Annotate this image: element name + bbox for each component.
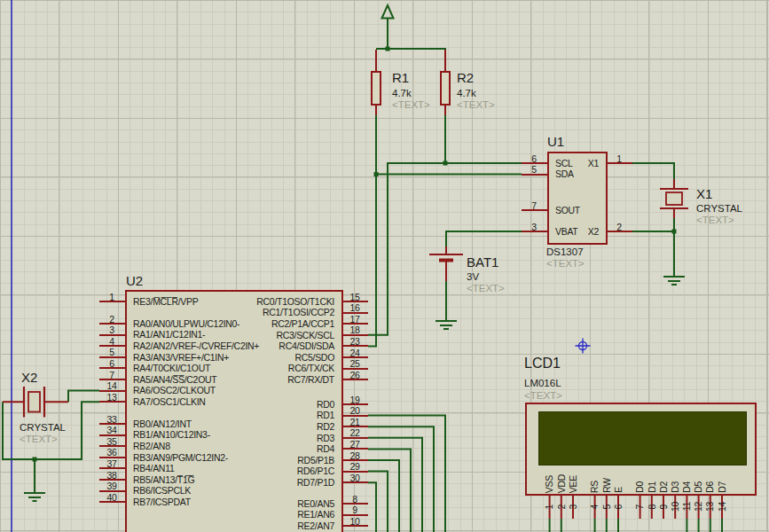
pin-row: 5 SDA	[522, 168, 601, 180]
lcd-pin-cell: RS	[589, 461, 600, 493]
pin-label: RE2/AN7	[297, 521, 334, 531]
pin-number: 3	[569, 505, 578, 510]
lcd-pin-labels-ctrl: RS RW E	[589, 461, 624, 493]
pin-number: 4	[590, 505, 600, 510]
lcd-pin-cell: 14	[716, 496, 727, 518]
lcd-pin-cell: RW	[600, 461, 612, 493]
r1-text-label: <TEXT>	[392, 99, 430, 110]
pin-row: 1 X1	[568, 158, 632, 169]
x1-part-label: CRYSTAL	[696, 203, 742, 214]
schematic-sheet[interactable]: R1 4.7k <TEXT> R2 4.7k <TEXT> U1 DS1307 …	[0, 0, 769, 532]
bat1-ref-label: BAT1	[467, 254, 498, 270]
pin-label: D4	[682, 481, 692, 493]
pin-number: 24	[342, 348, 367, 358]
pin-number: 4	[99, 337, 124, 347]
pin-label: RD7/P1D	[297, 478, 334, 488]
pin-number: 10	[342, 517, 367, 527]
wire-scl[interactable]	[368, 163, 522, 335]
wire-rd7[interactable]	[368, 482, 376, 532]
lcd-pin-numbers-ctrl: 4 5 6	[589, 496, 624, 518]
pin-label: RA6/OSC2/CLKOUT	[133, 386, 216, 395]
pin-row: 10 RE2/AN7	[133, 520, 368, 532]
pin-number: 15	[342, 293, 367, 302]
pin-label: RC7/RX/DT	[287, 375, 334, 385]
crystal-x1-symbol[interactable]	[660, 189, 688, 208]
wire-osc2[interactable]	[68, 391, 99, 403]
crystal-x2-symbol[interactable]	[24, 387, 44, 418]
pin-number: 19	[342, 395, 367, 405]
lcd-pin-cell: D3	[670, 461, 681, 493]
wire-vbat[interactable]	[446, 231, 522, 246]
pin-number: 20	[342, 406, 367, 416]
pin-label: RC6/TX/CK	[288, 364, 334, 373]
resistor-r2-body[interactable]	[440, 71, 451, 106]
lcd-pin-cell: 10	[670, 496, 681, 518]
pin-number: 16	[342, 303, 367, 313]
r2-text-label: <TEXT>	[457, 99, 495, 110]
pin-number: 6	[614, 505, 624, 510]
lcd-pin-numbers-data: 7 8 9 10 11 12 13 14	[634, 496, 728, 518]
lcd-pin-cell: VEE	[567, 461, 578, 493]
wire-rd6[interactable]	[368, 472, 388, 532]
pin-number: 2	[557, 505, 567, 510]
x2-part-label: CRYSTAL	[20, 422, 66, 433]
power-terminal-icon[interactable]	[382, 5, 394, 49]
wire-rd4[interactable]	[368, 449, 411, 532]
lcd-pin-cell: 5	[600, 496, 612, 518]
wire-u1-x1[interactable]	[632, 163, 674, 179]
lcd-pin-cell: 7	[634, 496, 646, 518]
r1-ref-label: R1	[392, 70, 409, 85]
u1-text-label: <TEXT>	[546, 258, 585, 269]
pin-label: SDA	[555, 169, 574, 179]
pin-number: 26	[342, 371, 367, 380]
pin-row: 24 RC5/SDO	[133, 352, 368, 364]
lcd-pin-cell: 1	[544, 496, 555, 518]
lcd-pin-cell: D7	[716, 461, 727, 493]
x2-text-label: <TEXT>	[20, 434, 58, 444]
ground-terminal-icon[interactable]	[436, 321, 457, 329]
wire-rd2[interactable]	[368, 426, 434, 532]
pin-number: 14	[718, 502, 727, 512]
lcd-pin-cell: 8	[646, 496, 657, 518]
pin-row: 23 RC4/SDI/SDA	[133, 340, 368, 352]
x1-text-label: <TEXT>	[696, 215, 734, 225]
x2-ref-label: X2	[21, 370, 37, 385]
x1-ref-label: X1	[696, 186, 712, 201]
pin-label: RC3/SCK/SCL	[276, 331, 334, 340]
pin-number: 2	[607, 223, 632, 232]
pin-number: 28	[342, 451, 367, 461]
pin-row: 17 RC2/P1A/CCP1	[133, 318, 368, 330]
pin-number: 1	[99, 293, 124, 302]
wire-lcd-bus[interactable]	[550, 519, 722, 532]
origin-marker-icon	[576, 339, 591, 354]
battery-symbol[interactable]	[429, 254, 463, 261]
lcd-pin-cell: D0	[634, 461, 646, 493]
pin-label: RC5/SDO	[294, 353, 334, 363]
pin-row: 28 RD5/P1B	[133, 455, 368, 466]
pin-label: RD3	[317, 434, 334, 443]
pin-number: 3	[522, 223, 546, 232]
u1-part-label: DS1307	[546, 246, 584, 257]
u2-right-pins-b: 19 RD0 20 RD1 21 RD2 22 RD3 27 RD4 28 RD…	[133, 399, 368, 489]
u1-right-pin-x2: 2 X2	[568, 226, 632, 238]
resistor-r1-body[interactable]	[371, 71, 381, 106]
pin-label: VSS	[545, 475, 554, 493]
pin-row: 9 RE1/AN6	[133, 509, 368, 520]
pin-row: 8 RE0/AN5	[133, 498, 368, 510]
pin-number: 9	[659, 505, 669, 510]
r2-value-label: 4.7k	[457, 88, 476, 98]
pin-label: D0	[635, 481, 645, 493]
pin-row: 27 RD4	[133, 443, 368, 455]
pin-label: D6	[705, 481, 715, 493]
pin-row: 30 RD7/P1D	[133, 477, 368, 489]
pin-number: 33	[99, 415, 124, 425]
pin-row: 7 SOUT	[522, 205, 601, 216]
lcd1-part-label: LM016L	[524, 378, 561, 388]
lcd-pin-cell: 6	[612, 496, 624, 518]
u1-right-pin-x1: 1 X1	[568, 158, 632, 169]
lcd-pin-numbers-power: 1 2 3	[544, 496, 579, 518]
ground-terminal-icon[interactable]	[663, 277, 685, 285]
ground-terminal-icon[interactable]	[24, 493, 45, 501]
lcd-pin-cell: 4	[589, 496, 600, 518]
r1-value-label: 4.7k	[392, 88, 412, 98]
